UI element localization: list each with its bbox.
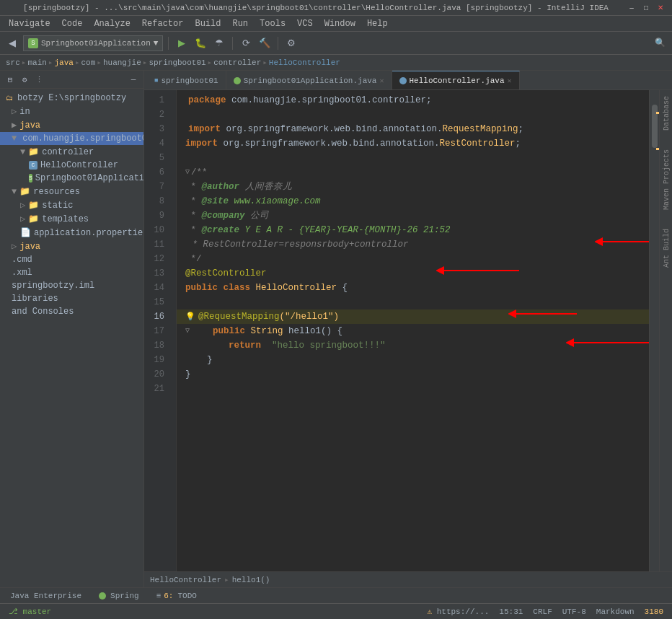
spring-tab[interactable]: Spring bbox=[94, 590, 143, 602]
code-line-6: ▽ /** bbox=[177, 165, 649, 180]
tab-hellocontroller[interactable]: HelloController.java ✕ bbox=[392, 71, 520, 89]
sidebar-item-in[interactable]: ▷ in bbox=[0, 105, 143, 118]
sidebar-item-cmd[interactable]: .cmd bbox=[0, 253, 143, 266]
menu-refactor[interactable]: Refactor bbox=[136, 17, 190, 30]
crumb-src[interactable]: src bbox=[6, 58, 20, 67]
consoles-label: and Consoles bbox=[12, 307, 74, 317]
templates-label: templates bbox=[42, 214, 89, 224]
line-num-5: 5 bbox=[144, 151, 170, 165]
menu-vcs[interactable]: VCS bbox=[291, 17, 319, 30]
close-button[interactable]: ✕ bbox=[655, 2, 666, 14]
crumb-springboot01[interactable]: springboot01 bbox=[149, 58, 205, 67]
menu-analyze[interactable]: Analyze bbox=[88, 17, 136, 30]
line-num-13: 13 bbox=[144, 266, 170, 281]
crumb-controller[interactable]: controller bbox=[213, 58, 261, 67]
crumb-main[interactable]: main bbox=[27, 58, 46, 67]
sidebar-item-resources[interactable]: ▼ 📁 resources bbox=[0, 185, 143, 198]
crumb-hellocontroller[interactable]: HelloController bbox=[269, 58, 340, 67]
bulb-icon: 💡 bbox=[185, 310, 195, 324]
minimize-button[interactable]: – bbox=[626, 2, 637, 14]
sidebar-root[interactable]: 🗂 botzy E:\springbootzy bbox=[0, 92, 143, 105]
scrollbar-thumb[interactable] bbox=[652, 105, 658, 148]
status-encoding[interactable]: UTF-8 bbox=[560, 607, 589, 616]
tab-close-app[interactable]: ✕ bbox=[379, 76, 384, 85]
right-side-panels: Database Maven Projects Ant Build bbox=[659, 90, 672, 571]
toolbar: ◀ S Springboot01Application ▼ ▶ 🐛 ☂ ⟳ 🔨 … bbox=[0, 32, 672, 55]
project-tree: 🗂 botzy E:\springbootzy ▷ in ▶ java ▼ co… bbox=[0, 89, 143, 587]
code-line-11: * RestController=responsrbody+controllor bbox=[177, 237, 649, 252]
debug-button[interactable]: 🐛 bbox=[193, 35, 208, 51]
code-line-20: } bbox=[177, 367, 649, 382]
ant-panel-tab[interactable]: Ant Build bbox=[660, 223, 672, 273]
status-git[interactable]: ⎇ master bbox=[6, 607, 54, 616]
tab-bar: ■ springboot01 Springboot01Application.j… bbox=[144, 71, 672, 90]
sidebar-item-hellocontroller[interactable]: C HelloController bbox=[0, 159, 143, 172]
crumb-java[interactable]: java bbox=[54, 58, 73, 67]
run-config-combo[interactable]: S Springboot01Application ▼ bbox=[23, 35, 163, 51]
coverage-button[interactable]: ☂ bbox=[211, 35, 227, 51]
sidebar-item-java2[interactable]: ▷ java bbox=[0, 240, 143, 253]
menu-code[interactable]: Code bbox=[56, 17, 89, 30]
settings-icon[interactable]: ⚙ bbox=[19, 74, 30, 85]
templates-folder-icon: 📁 bbox=[28, 214, 39, 224]
hammer-button[interactable]: 🔨 bbox=[257, 35, 273, 51]
menu-run[interactable]: Run bbox=[226, 17, 254, 30]
java-class-icon: C bbox=[29, 161, 37, 170]
menu-window[interactable]: Window bbox=[319, 17, 361, 30]
sidebar-item-xml[interactable]: .xml bbox=[0, 266, 143, 279]
code-line-5 bbox=[177, 151, 649, 165]
sidebar-item-libraries[interactable]: libraries bbox=[0, 292, 143, 305]
line-num-9: 9 bbox=[144, 208, 170, 223]
menu-help[interactable]: Help bbox=[361, 17, 394, 30]
back-button[interactable]: ◀ bbox=[4, 35, 20, 51]
line-num-17: 17 bbox=[144, 324, 170, 338]
sidebar-item-application-props[interactable]: 📄 application.properties bbox=[0, 226, 143, 240]
crlf-value: CRLF bbox=[533, 607, 552, 616]
database-panel-tab[interactable]: Database bbox=[660, 90, 672, 136]
run-button[interactable]: ▶ bbox=[174, 35, 190, 51]
todo-tab[interactable]: ≡ 6: TODO bbox=[152, 590, 201, 602]
search-button[interactable]: 🔍 bbox=[652, 35, 668, 51]
gear-icon[interactable]: ⋮ bbox=[33, 74, 45, 85]
sidebar-item-package[interactable]: ▼ com.huangjie.springboot01 bbox=[0, 132, 143, 145]
status-crlf[interactable]: CRLF bbox=[530, 607, 554, 616]
crumb-huangjie[interactable]: huangjie bbox=[103, 58, 141, 67]
menu-tools[interactable]: Tools bbox=[254, 17, 291, 30]
maven-panel-tab[interactable]: Maven Projects bbox=[660, 144, 672, 216]
sidebar-item-static[interactable]: ▷ 📁 static bbox=[0, 198, 143, 212]
crumb-com[interactable]: com bbox=[81, 58, 96, 67]
tab-springboot01[interactable]: ■ springboot01 bbox=[147, 71, 226, 89]
maximize-button[interactable]: □ bbox=[640, 2, 652, 14]
code-line-4: import org.springframework.web.bind.anno… bbox=[177, 136, 649, 151]
code-line-14: public class HelloController { bbox=[177, 281, 649, 295]
hide-icon[interactable]: — bbox=[128, 74, 139, 85]
java-enterprise-tab[interactable]: Java Enterprise bbox=[6, 590, 86, 602]
sidebar-item-consoles[interactable]: and Consoles bbox=[0, 305, 143, 318]
sidebar-item-controller[interactable]: ▼ 📁 controller bbox=[0, 145, 143, 159]
sidebar-item-templates[interactable]: ▷ 📁 templates bbox=[0, 212, 143, 226]
spring-tab-icon bbox=[234, 77, 241, 84]
code-editor[interactable]: package com.huangjie.springboot01.contro… bbox=[177, 90, 649, 571]
vertical-scrollbar[interactable] bbox=[649, 90, 659, 571]
tab-springboot-app[interactable]: Springboot01Application.java ✕ bbox=[226, 71, 392, 89]
editor-breadcrumb: HelloController ▸ hello1() bbox=[144, 571, 672, 587]
sidebar-item-iml[interactable]: springbootzy.iml bbox=[0, 279, 143, 292]
collapse-all-icon[interactable]: ⊟ bbox=[4, 74, 16, 85]
sidebar-item-springboot-app[interactable]: S Springboot01Application bbox=[0, 172, 143, 185]
separator-2 bbox=[232, 37, 233, 50]
menu-build[interactable]: Build bbox=[189, 17, 226, 30]
line-num-6: 6 bbox=[144, 165, 170, 180]
title-bar: [springbootzy] - ...\src\main\java\com\h… bbox=[0, 0, 672, 16]
tab-close-hello[interactable]: ✕ bbox=[508, 76, 512, 85]
menu-navigate[interactable]: Navigate bbox=[3, 17, 56, 30]
status-notifications[interactable]: 3180 bbox=[642, 607, 666, 616]
line-num-14: 14 bbox=[144, 281, 170, 295]
status-indent[interactable]: Markdown bbox=[593, 607, 637, 616]
sidebar-item-java-root[interactable]: ▶ java bbox=[0, 118, 143, 132]
sync-button[interactable]: ⟳ bbox=[238, 35, 254, 51]
status-line-col[interactable]: 15:31 bbox=[496, 607, 526, 616]
title-text: [springbootzy] - ...\src\main\java\com\h… bbox=[6, 4, 626, 12]
line-num-10: 10 bbox=[144, 223, 170, 237]
settings-button[interactable]: ⚙ bbox=[283, 35, 299, 51]
status-warnings[interactable]: ⚠ https://... bbox=[424, 607, 492, 616]
